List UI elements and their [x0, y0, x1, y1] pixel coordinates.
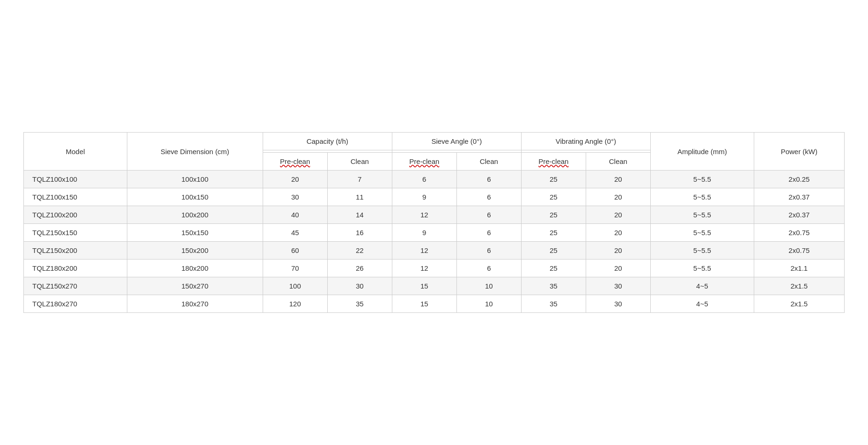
cell-vib-preclean: 25 — [521, 224, 586, 242]
cell-cap-clean: 35 — [327, 295, 392, 313]
cell-vib-preclean: 25 — [521, 206, 586, 224]
cell-sieve-preclean: 15 — [392, 277, 456, 295]
cell-sieve-preclean: 6 — [392, 171, 456, 188]
cell-model: TQLZ100x150 — [24, 188, 127, 206]
cell-model: TQLZ180x270 — [24, 295, 127, 313]
header-cap-preclean: Pre-clean — [263, 153, 327, 171]
cell-sieve-preclean: 9 — [392, 224, 456, 242]
cell-model: TQLZ180x200 — [24, 260, 127, 277]
header-model: Model — [24, 133, 127, 171]
cell-model: TQLZ150x200 — [24, 242, 127, 260]
cell-cap-preclean: 45 — [263, 224, 327, 242]
cell-vib-clean: 20 — [586, 188, 650, 206]
cell-cap-preclean: 100 — [263, 277, 327, 295]
cell-power: 2x0.75 — [754, 242, 844, 260]
cell-amplitude: 5~5.5 — [650, 206, 754, 224]
cell-sieve-preclean: 9 — [392, 188, 456, 206]
header-sieve-dimension: Sieve Dimension (cm) — [127, 133, 263, 171]
cell-power: 2x1.5 — [754, 295, 844, 313]
cell-cap-preclean: 20 — [263, 171, 327, 188]
cell-cap-preclean: 60 — [263, 242, 327, 260]
cell-amplitude: 5~5.5 — [650, 188, 754, 206]
cell-amplitude: 4~5 — [650, 277, 754, 295]
header-vib-clean: Clean — [586, 153, 650, 171]
cell-cap-clean: 30 — [327, 277, 392, 295]
cell-sieve: 100x150 — [127, 188, 263, 206]
cell-sieve: 180x200 — [127, 260, 263, 277]
cell-cap-preclean: 120 — [263, 295, 327, 313]
table-wrapper: Model Sieve Dimension (cm) Capacity (t/h… — [23, 132, 845, 313]
header-vib-preclean: Pre-clean — [521, 153, 586, 171]
cell-sieve-clean: 6 — [456, 188, 521, 206]
header-sieve-clean: Clean — [456, 153, 521, 171]
cell-sieve: 150x150 — [127, 224, 263, 242]
cell-cap-preclean: 70 — [263, 260, 327, 277]
cell-amplitude: 4~5 — [650, 295, 754, 313]
cell-cap-clean: 7 — [327, 171, 392, 188]
table-row: TQLZ100x150100x15030119625205~5.52x0.37 — [24, 188, 845, 206]
cell-sieve-preclean: 12 — [392, 260, 456, 277]
header-amplitude: Amplitude (mm) — [650, 133, 754, 171]
cell-sieve-clean: 6 — [456, 242, 521, 260]
cell-sieve-preclean: 12 — [392, 242, 456, 260]
cell-sieve-clean: 10 — [456, 277, 521, 295]
cell-sieve-clean: 6 — [456, 224, 521, 242]
table-row: TQLZ180x270180x27012035151035304~52x1.5 — [24, 295, 845, 313]
cell-cap-preclean: 40 — [263, 206, 327, 224]
cell-vib-preclean: 25 — [521, 171, 586, 188]
cell-model: TQLZ100x100 — [24, 171, 127, 188]
cell-vib-clean: 30 — [586, 277, 650, 295]
cell-vib-clean: 20 — [586, 242, 650, 260]
cell-sieve: 150x200 — [127, 242, 263, 260]
table-row: TQLZ100x100100x1002076625205~5.52x0.25 — [24, 171, 845, 188]
cell-vib-preclean: 35 — [521, 277, 586, 295]
cell-sieve: 100x100 — [127, 171, 263, 188]
table-row: TQLZ150x270150x27010030151035304~52x1.5 — [24, 277, 845, 295]
cell-sieve: 150x270 — [127, 277, 263, 295]
cell-sieve-preclean: 15 — [392, 295, 456, 313]
cell-vib-preclean: 25 — [521, 242, 586, 260]
specifications-table: Model Sieve Dimension (cm) Capacity (t/h… — [23, 132, 845, 313]
cell-sieve-clean: 10 — [456, 295, 521, 313]
cell-model: TQLZ150x270 — [24, 277, 127, 295]
cell-sieve: 100x200 — [127, 206, 263, 224]
header-capacity: Capacity (t/h) — [263, 133, 392, 150]
table-row: TQLZ100x200100x200401412625205~5.52x0.37 — [24, 206, 845, 224]
cell-model: TQLZ150x150 — [24, 224, 127, 242]
cell-vib-clean: 20 — [586, 260, 650, 277]
cell-cap-clean: 16 — [327, 224, 392, 242]
cell-cap-preclean: 30 — [263, 188, 327, 206]
cell-vib-preclean: 25 — [521, 188, 586, 206]
cell-sieve-clean: 6 — [456, 171, 521, 188]
table-row: TQLZ150x200150x200602212625205~5.52x0.75 — [24, 242, 845, 260]
header-vibrating-angle: Vibrating Angle (0°) — [521, 133, 650, 150]
cell-power: 2x1.5 — [754, 277, 844, 295]
cell-amplitude: 5~5.5 — [650, 171, 754, 188]
cell-power: 2x0.75 — [754, 224, 844, 242]
header-sieve-angle: Sieve Angle (0°) — [392, 133, 521, 150]
cell-cap-clean: 11 — [327, 188, 392, 206]
cell-cap-clean: 26 — [327, 260, 392, 277]
table-row: TQLZ180x200180x200702612625205~5.52x1.1 — [24, 260, 845, 277]
table-row: TQLZ150x150150x15045169625205~5.52x0.75 — [24, 224, 845, 242]
cell-vib-clean: 20 — [586, 171, 650, 188]
cell-sieve-clean: 6 — [456, 206, 521, 224]
cell-cap-clean: 22 — [327, 242, 392, 260]
cell-cap-clean: 14 — [327, 206, 392, 224]
cell-amplitude: 5~5.5 — [650, 242, 754, 260]
header-sieve-preclean: Pre-clean — [392, 153, 456, 171]
header-cap-clean: Clean — [327, 153, 392, 171]
cell-sieve-clean: 6 — [456, 260, 521, 277]
cell-model: TQLZ100x200 — [24, 206, 127, 224]
cell-amplitude: 5~5.5 — [650, 224, 754, 242]
cell-vib-clean: 30 — [586, 295, 650, 313]
cell-power: 2x0.37 — [754, 188, 844, 206]
cell-power: 2x1.1 — [754, 260, 844, 277]
cell-vib-clean: 20 — [586, 206, 650, 224]
cell-vib-clean: 20 — [586, 224, 650, 242]
cell-amplitude: 5~5.5 — [650, 260, 754, 277]
cell-power: 2x0.37 — [754, 206, 844, 224]
cell-sieve-preclean: 12 — [392, 206, 456, 224]
cell-vib-preclean: 25 — [521, 260, 586, 277]
cell-sieve: 180x270 — [127, 295, 263, 313]
